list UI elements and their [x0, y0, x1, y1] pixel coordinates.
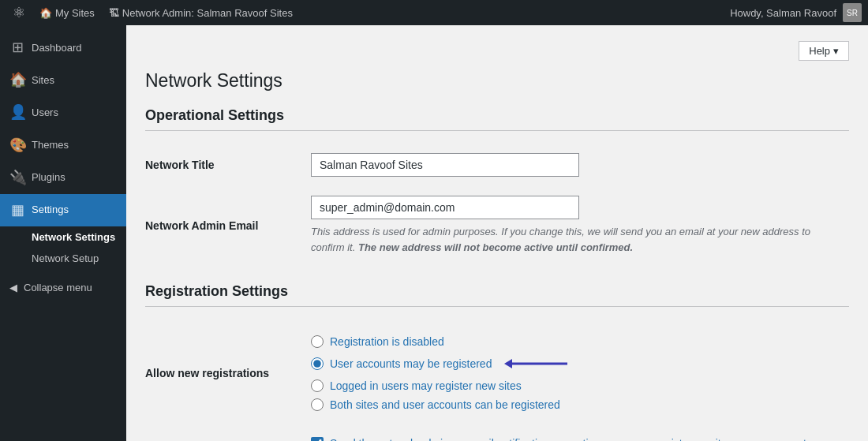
- sidebar-item-dashboard[interactable]: ⊞ Dashboard: [0, 32, 126, 64]
- radio-logged-in-sites[interactable]: Logged in users may register new sites: [311, 379, 849, 392]
- radio-input-user[interactable]: [311, 357, 324, 370]
- layout: ⊞ Dashboard 🏠 Sites 👤 Users 🎨 Themes 🔌 P…: [0, 25, 868, 441]
- help-button[interactable]: Help ▾: [799, 41, 849, 61]
- howdy-text: Howdy, Salman Ravoof: [730, 7, 836, 19]
- sidebar-item-settings[interactable]: ▦ Settings: [0, 194, 126, 226]
- sidebar-item-label: Themes: [32, 138, 69, 152]
- network-admin-icon: 🏗: [109, 7, 119, 19]
- chevron-down-icon: ▾: [833, 45, 839, 57]
- registration-notification-row: Registration notification Send the netwo…: [145, 427, 849, 441]
- sidebar-submenu: Network Settings Network Setup: [0, 226, 126, 269]
- registration-settings-heading: Registration Settings: [145, 283, 849, 307]
- allow-new-registrations-row: Allow new registrations Registration is …: [145, 320, 849, 427]
- network-admin-item[interactable]: 🏗 Network Admin: Salman Ravoof Sites: [103, 0, 299, 25]
- radio-label-user: User accounts may be registered: [330, 357, 492, 370]
- network-title-input[interactable]: [311, 153, 579, 177]
- radio-label-all: Both sites and user accounts can be regi…: [330, 398, 560, 411]
- registration-notification-text: Send the network admin an email notifica…: [330, 436, 806, 441]
- network-admin-email-row: Network Admin Email This address is used…: [145, 186, 849, 264]
- collapse-icon: ◀: [9, 282, 17, 293]
- sidebar-item-sites[interactable]: 🏠 Sites: [0, 64, 126, 96]
- sidebar-item-label: Settings: [32, 203, 69, 217]
- radio-input-disabled[interactable]: [311, 335, 324, 348]
- network-admin-email-description: This address is used for admin purposes.…: [311, 224, 824, 255]
- sidebar-item-label: Sites: [32, 73, 54, 88]
- top-bar-right: Howdy, Salman Ravoof SR: [730, 3, 862, 22]
- sites-icon: 🏠: [9, 70, 25, 90]
- network-admin-email-label: Network Admin Email: [145, 219, 258, 232]
- sidebar-item-plugins[interactable]: 🔌 Plugins: [0, 162, 126, 194]
- help-bar: Help ▾: [145, 41, 849, 61]
- main-content: Help ▾ Network Settings Operational Sett…: [126, 25, 868, 441]
- collapse-menu[interactable]: ◀ Collapse menu: [0, 275, 126, 300]
- sidebar-submenu-network-setup[interactable]: Network Setup: [0, 248, 126, 269]
- network-title-label: Network Title: [145, 159, 215, 171]
- radio-input-all[interactable]: [311, 398, 324, 411]
- registration-notification-checkbox[interactable]: [311, 437, 324, 441]
- sidebar-item-label: Plugins: [32, 170, 65, 185]
- my-sites-item[interactable]: 🏠 My Sites: [33, 0, 101, 25]
- network-title-row: Network Title: [145, 144, 849, 186]
- network-settings-label: Network Settings: [32, 231, 115, 243]
- registration-settings-table: Allow new registrations Registration is …: [145, 320, 849, 441]
- top-bar-left: ⚛ 🏠 My Sites 🏗 Network Admin: Salman Rav…: [6, 0, 299, 25]
- wordpress-icon[interactable]: ⚛: [6, 4, 32, 21]
- page-title: Network Settings: [145, 70, 849, 92]
- radio-input-blog[interactable]: [311, 379, 324, 392]
- settings-icon: ▦: [9, 200, 25, 220]
- network-admin-email-input[interactable]: [311, 196, 579, 219]
- sidebar: ⊞ Dashboard 🏠 Sites 👤 Users 🎨 Themes 🔌 P…: [0, 25, 126, 441]
- avatar[interactable]: SR: [843, 3, 862, 22]
- arrow-annotation: [504, 354, 575, 373]
- registration-notification-checkbox-item[interactable]: Send the network admin an email notifica…: [311, 436, 849, 441]
- operational-settings-table: Network Title Network Admin Email This a…: [145, 144, 849, 264]
- radio-registration-disabled[interactable]: Registration is disabled: [311, 335, 849, 348]
- collapse-label: Collapse menu: [24, 282, 92, 293]
- network-setup-label: Network Setup: [32, 252, 99, 264]
- description-bold: The new address will not become active u…: [358, 241, 633, 253]
- sidebar-submenu-network-settings[interactable]: Network Settings: [0, 226, 126, 248]
- radio-label-blog: Logged in users may register new sites: [330, 379, 522, 392]
- sidebar-item-label: Users: [32, 106, 58, 120]
- top-bar: ⚛ 🏠 My Sites 🏗 Network Admin: Salman Rav…: [0, 0, 868, 25]
- plugins-icon: 🔌: [9, 168, 25, 188]
- sidebar-item-users[interactable]: 👤 Users: [0, 96, 126, 129]
- sidebar-item-label: Dashboard: [32, 41, 82, 55]
- dashboard-icon: ⊞: [9, 38, 25, 58]
- registration-radio-group: Registration is disabled User accounts m…: [311, 329, 849, 417]
- radio-label-disabled: Registration is disabled: [330, 335, 444, 348]
- my-sites-icon: 🏠: [39, 7, 52, 19]
- themes-icon: 🎨: [9, 136, 25, 155]
- operational-settings-heading: Operational Settings: [145, 107, 849, 131]
- my-sites-label: My Sites: [55, 7, 95, 19]
- sidebar-item-themes[interactable]: 🎨 Themes: [0, 129, 126, 162]
- radio-both[interactable]: Both sites and user accounts can be regi…: [311, 398, 849, 411]
- users-icon: 👤: [9, 103, 25, 122]
- radio-user-accounts[interactable]: User accounts may be registered: [311, 354, 849, 373]
- network-admin-label: Network Admin: Salman Ravoof Sites: [122, 7, 293, 19]
- allow-new-registrations-label: Allow new registrations: [145, 367, 269, 379]
- svg-marker-1: [504, 359, 512, 368]
- help-label: Help: [809, 45, 830, 57]
